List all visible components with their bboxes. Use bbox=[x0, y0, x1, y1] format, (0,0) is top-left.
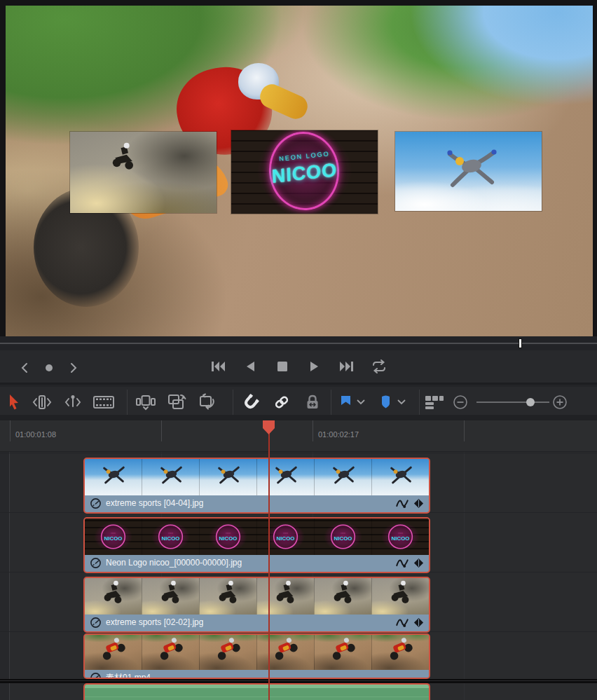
play-forward-button[interactable] bbox=[306, 357, 324, 376]
skip-backward-icon bbox=[210, 359, 226, 374]
lock-icon bbox=[305, 394, 320, 411]
trim-edit-mode-button[interactable] bbox=[31, 391, 53, 413]
stop-button[interactable] bbox=[273, 357, 291, 376]
grid-line bbox=[464, 452, 465, 700]
viewer-panel: NEON LOGO NICOO bbox=[0, 0, 597, 336]
overwrite-clip-icon bbox=[167, 393, 186, 411]
speedometer-icon bbox=[90, 557, 102, 569]
go-to-last-frame-button[interactable] bbox=[338, 357, 356, 376]
curve-editor-icon[interactable] bbox=[395, 617, 409, 629]
speedometer-icon bbox=[90, 672, 102, 680]
chevron-down-icon bbox=[397, 399, 406, 405]
ruler-tick bbox=[161, 420, 162, 441]
skydiver-figure bbox=[429, 142, 513, 198]
go-to-first-frame-button[interactable] bbox=[209, 357, 227, 376]
toolbar-separator bbox=[331, 390, 331, 415]
snapping-button[interactable] bbox=[240, 391, 262, 413]
insert-clip-icon bbox=[135, 393, 156, 411]
loop-icon bbox=[371, 359, 387, 374]
track-gutter bbox=[0, 452, 10, 700]
viewer-scrub-bar[interactable] bbox=[0, 336, 597, 350]
zoom-slider-track bbox=[476, 402, 549, 403]
link-icon bbox=[273, 394, 290, 411]
timeline-ruler[interactable]: 01:00:01:08 01:00:02:17 bbox=[0, 420, 597, 452]
timeline-clip-extreme-sports-04[interactable]: extreme sports [04-04].jpg bbox=[83, 458, 430, 514]
overlay-clip-neon-logo[interactable]: NEON LOGO NICOO bbox=[231, 130, 378, 214]
zoom-slider[interactable] bbox=[476, 391, 549, 413]
ruler-tick bbox=[464, 420, 465, 441]
timeline-clip-neon-logo[interactable]: Neon Logo nicoo_[00000-00000].jpg bbox=[83, 517, 430, 573]
dynamic-trim-mode-button[interactable] bbox=[62, 391, 84, 413]
clip-label-bar: Neon Logo nicoo_[00000-00000].jpg bbox=[85, 555, 429, 570]
toolbar-separator bbox=[127, 390, 128, 415]
skip-forward-icon bbox=[338, 359, 355, 374]
motocross-silhouette bbox=[90, 139, 157, 184]
video-preview[interactable]: NEON LOGO NICOO bbox=[6, 6, 593, 336]
zoom-out-icon bbox=[453, 394, 468, 410]
curve-editor-icon[interactable] bbox=[395, 497, 409, 509]
scrub-position-marker[interactable] bbox=[519, 338, 522, 348]
marker-dropdown-button[interactable] bbox=[395, 391, 408, 413]
magnet-icon bbox=[242, 394, 259, 411]
keyframe-diamond-icon[interactable] bbox=[413, 557, 424, 569]
keyframe-diamond-icon[interactable] bbox=[413, 497, 424, 509]
toolbar-separator bbox=[233, 390, 233, 415]
dynamic-trim-icon bbox=[62, 394, 83, 410]
timecode-label: 01:00:01:08 bbox=[15, 430, 56, 439]
timeline-clip-extreme-sports-02[interactable]: extreme sports [02-02].jpg bbox=[83, 577, 430, 633]
play-reverse-button[interactable] bbox=[241, 357, 259, 376]
razor-filmstrip-icon bbox=[92, 394, 115, 410]
zoom-slider-thumb[interactable] bbox=[526, 398, 535, 406]
play-icon bbox=[309, 360, 320, 373]
keyframe-diamond-icon[interactable] bbox=[413, 617, 424, 629]
playhead-line bbox=[268, 430, 270, 700]
speedometer-icon bbox=[90, 497, 102, 509]
timecode-label: 01:00:02:17 bbox=[318, 430, 359, 439]
clip-thumbnails bbox=[85, 635, 429, 670]
insert-clip-button[interactable] bbox=[135, 391, 157, 413]
timeline-toolbar bbox=[0, 387, 597, 418]
ruler-tick bbox=[10, 420, 11, 441]
razor-edit-mode-button[interactable] bbox=[92, 391, 115, 413]
selection-mode-button[interactable] bbox=[3, 391, 25, 413]
loop-button[interactable] bbox=[370, 357, 388, 376]
marker-button[interactable] bbox=[377, 391, 394, 413]
overlay-clip-motocross-jump[interactable] bbox=[70, 132, 217, 213]
timeline-view-options-icon bbox=[424, 394, 445, 411]
stop-icon bbox=[276, 360, 289, 373]
marker-icon bbox=[380, 395, 392, 409]
flag-button[interactable] bbox=[337, 391, 354, 413]
davinci-resolve-edit-page: NEON LOGO NICOO bbox=[0, 0, 597, 700]
replace-clip-button[interactable] bbox=[196, 391, 219, 413]
ruler-tick bbox=[313, 420, 313, 441]
timeline-tracks-area[interactable]: extreme sports [04-04].jpg Neon Logo nic… bbox=[0, 452, 597, 700]
position-lock-button[interactable] bbox=[301, 391, 324, 413]
linked-selection-button[interactable] bbox=[270, 391, 293, 413]
overlay-clip-skydiver[interactable] bbox=[395, 132, 542, 211]
flag-dropdown-button[interactable] bbox=[355, 391, 367, 413]
curve-editor-icon[interactable] bbox=[395, 557, 409, 569]
chevron-down-icon bbox=[357, 399, 365, 405]
trim-edit-icon bbox=[32, 394, 53, 410]
zoom-in-icon bbox=[552, 394, 568, 410]
clip-name: extreme sports [04-04].jpg bbox=[106, 498, 203, 508]
overwrite-clip-button[interactable] bbox=[165, 391, 188, 413]
clip-name: 素材01.mp4 bbox=[106, 672, 151, 680]
transport-bar bbox=[0, 350, 597, 385]
clip-thumbnails bbox=[85, 519, 429, 555]
clip-name: Neon Logo nicoo_[00000-00000].jpg bbox=[106, 558, 242, 568]
zoom-in-button[interactable] bbox=[551, 391, 569, 413]
play-reverse-icon bbox=[245, 360, 256, 373]
clip-label-bar: extreme sports [02-02].jpg bbox=[85, 615, 429, 630]
clip-label-bar: extreme sports [04-04].jpg bbox=[85, 495, 429, 511]
timeline-audio-clip[interactable] bbox=[83, 683, 430, 700]
flag-icon bbox=[340, 395, 352, 409]
zoom-out-button[interactable] bbox=[451, 391, 469, 413]
clip-thumbnails bbox=[85, 578, 429, 615]
replace-clip-icon bbox=[198, 393, 217, 411]
scrub-track bbox=[0, 343, 597, 344]
toolbar-separator bbox=[419, 390, 420, 415]
timeline-view-options-button[interactable] bbox=[423, 391, 446, 413]
clip-name: extreme sports [02-02].jpg bbox=[106, 617, 203, 627]
timeline-clip-material-01[interactable]: 素材01.mp4 bbox=[83, 633, 430, 679]
